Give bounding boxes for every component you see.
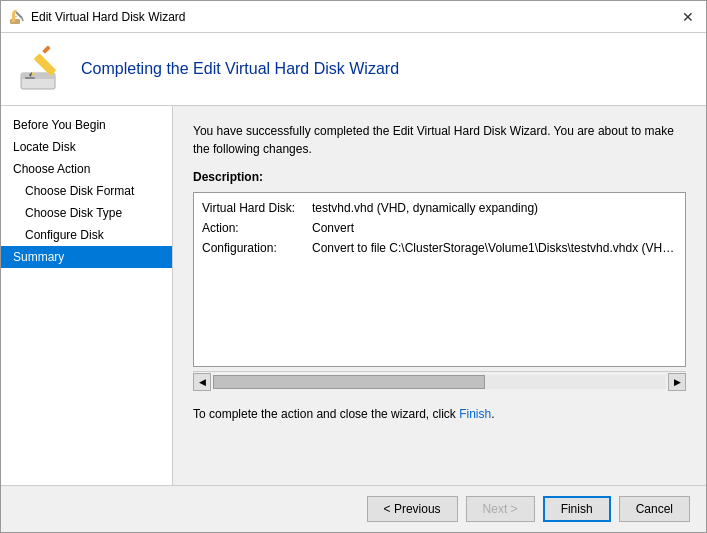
- previous-button[interactable]: < Previous: [367, 496, 458, 522]
- wizard-header: Completing the Edit Virtual Hard Disk Wi…: [1, 33, 706, 106]
- button-bar: < Previous Next > Finish Cancel: [1, 485, 706, 532]
- horizontal-scrollbar[interactable]: ◀ ▶: [193, 371, 686, 391]
- svg-line-5: [22, 18, 23, 21]
- sidebar-item-locate-disk[interactable]: Locate Disk: [1, 136, 172, 158]
- wizard-title: Completing the Edit Virtual Hard Disk Wi…: [81, 60, 399, 78]
- sidebar: Before You Begin Locate Disk Choose Acti…: [1, 106, 173, 485]
- description-box-wrapper: Virtual Hard Disk: testvhd.vhd (VHD, dyn…: [193, 192, 686, 391]
- main-content: You have successfully completed the Edit…: [173, 106, 706, 485]
- desc-row-action: Action: Convert: [202, 221, 677, 235]
- wizard-window: Edit Virtual Hard Disk Wizard ✕ Completi…: [0, 0, 707, 533]
- desc-row-vhd: Virtual Hard Disk: testvhd.vhd (VHD, dyn…: [202, 201, 677, 215]
- close-button[interactable]: ✕: [678, 7, 698, 27]
- desc-label-action: Action:: [202, 221, 312, 235]
- sidebar-item-configure-disk[interactable]: Configure Disk: [1, 224, 172, 246]
- desc-label-config: Configuration:: [202, 241, 312, 255]
- scroll-track[interactable]: [213, 375, 666, 389]
- svg-line-4: [16, 12, 22, 18]
- scroll-thumb[interactable]: [213, 375, 485, 389]
- title-bar: Edit Virtual Hard Disk Wizard ✕: [1, 1, 706, 33]
- content-area: Before You Begin Locate Disk Choose Acti…: [1, 106, 706, 485]
- finish-link[interactable]: Finish: [459, 407, 491, 421]
- sidebar-item-before-you-begin[interactable]: Before You Begin: [1, 114, 172, 136]
- cancel-button[interactable]: Cancel: [619, 496, 690, 522]
- svg-rect-3: [15, 15, 17, 17]
- svg-rect-8: [25, 77, 35, 79]
- svg-rect-1: [12, 13, 15, 22]
- desc-label-vhd: Virtual Hard Disk:: [202, 201, 312, 215]
- sidebar-item-choose-action[interactable]: Choose Action: [1, 158, 172, 180]
- sidebar-item-choose-disk-type[interactable]: Choose Disk Type: [1, 202, 172, 224]
- footer-note: To complete the action and close the wiz…: [193, 407, 686, 421]
- wizard-icon: [17, 45, 65, 93]
- desc-value-config: Convert to file C:\ClusterStorage\Volume…: [312, 241, 677, 255]
- svg-rect-12: [42, 45, 50, 53]
- window-icon: [9, 9, 25, 25]
- next-button[interactable]: Next >: [466, 496, 535, 522]
- sidebar-item-summary[interactable]: Summary: [1, 246, 172, 268]
- desc-row-config: Configuration: Convert to file C:\Cluste…: [202, 241, 677, 255]
- scroll-right-button[interactable]: ▶: [668, 373, 686, 391]
- intro-text: You have successfully completed the Edit…: [193, 122, 686, 158]
- finish-button[interactable]: Finish: [543, 496, 611, 522]
- description-box: Virtual Hard Disk: testvhd.vhd (VHD, dyn…: [193, 192, 686, 367]
- desc-value-vhd: testvhd.vhd (VHD, dynamically expanding): [312, 201, 538, 215]
- description-label: Description:: [193, 170, 686, 184]
- scroll-left-button[interactable]: ◀: [193, 373, 211, 391]
- window-title: Edit Virtual Hard Disk Wizard: [31, 10, 678, 24]
- desc-value-action: Convert: [312, 221, 354, 235]
- sidebar-item-choose-disk-format[interactable]: Choose Disk Format: [1, 180, 172, 202]
